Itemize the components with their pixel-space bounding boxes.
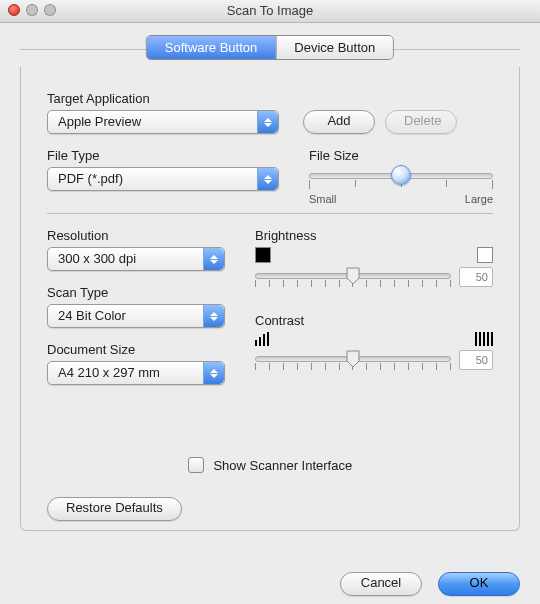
- tab-bar: Software Button Device Button: [146, 35, 394, 60]
- chevron-updown-icon: [203, 305, 224, 327]
- slider-knob-icon[interactable]: [391, 165, 411, 185]
- chevron-updown-icon: [203, 248, 224, 270]
- minimize-icon: [26, 4, 38, 16]
- file-size-slider[interactable]: [309, 167, 493, 195]
- label-show-scanner: Show Scanner Interface: [213, 458, 352, 473]
- cancel-button[interactable]: Cancel: [340, 572, 422, 596]
- restore-defaults-button[interactable]: Restore Defaults: [47, 497, 182, 521]
- label-brightness: Brightness: [255, 228, 493, 243]
- resolution-select[interactable]: 300 x 300 dpi: [47, 247, 225, 271]
- contrast-high-icon: [475, 332, 493, 346]
- resolution-value: 300 x 300 dpi: [58, 251, 136, 266]
- settings-panel: Target Application Apple Preview Add Del…: [20, 67, 520, 531]
- label-file-type: File Type: [47, 148, 279, 163]
- label-resolution: Resolution: [47, 228, 225, 243]
- tab-device-button[interactable]: Device Button: [276, 36, 393, 59]
- brightness-light-icon: [477, 247, 493, 263]
- brightness-value[interactable]: 50: [459, 267, 493, 287]
- label-scan-type: Scan Type: [47, 285, 225, 300]
- scan-type-select[interactable]: 24 Bit Color: [47, 304, 225, 328]
- target-application-select[interactable]: Apple Preview: [47, 110, 279, 134]
- close-icon[interactable]: [8, 4, 20, 16]
- zoom-icon: [44, 4, 56, 16]
- ok-button[interactable]: OK: [438, 572, 520, 596]
- label-contrast: Contrast: [255, 313, 493, 328]
- divider: [47, 213, 493, 214]
- contrast-slider[interactable]: [255, 350, 451, 378]
- label-document-size: Document Size: [47, 342, 225, 357]
- scan-type-value: 24 Bit Color: [58, 308, 126, 323]
- window-titlebar: Scan To Image: [0, 0, 540, 23]
- slider-knob-icon[interactable]: [346, 350, 360, 368]
- chevron-updown-icon: [203, 362, 224, 384]
- target-application-value: Apple Preview: [58, 114, 141, 129]
- brightness-slider[interactable]: [255, 267, 451, 295]
- chevron-updown-icon: [257, 111, 278, 133]
- contrast-value[interactable]: 50: [459, 350, 493, 370]
- window-title: Scan To Image: [227, 3, 313, 18]
- document-size-value: A4 210 x 297 mm: [58, 365, 160, 380]
- window-traffic-lights: [8, 4, 56, 16]
- contrast-low-icon: [255, 332, 269, 346]
- slider-knob-icon[interactable]: [346, 267, 360, 285]
- file-type-value: PDF (*.pdf): [58, 171, 123, 186]
- document-size-select[interactable]: A4 210 x 297 mm: [47, 361, 225, 385]
- add-button[interactable]: Add: [303, 110, 375, 134]
- chevron-updown-icon: [257, 168, 278, 190]
- tab-software-button[interactable]: Software Button: [147, 36, 276, 59]
- label-target-application: Target Application: [47, 91, 493, 106]
- delete-button: Delete: [385, 110, 457, 134]
- show-scanner-checkbox[interactable]: [188, 457, 204, 473]
- label-file-size: File Size: [309, 148, 493, 163]
- brightness-dark-icon: [255, 247, 271, 263]
- file-type-select[interactable]: PDF (*.pdf): [47, 167, 279, 191]
